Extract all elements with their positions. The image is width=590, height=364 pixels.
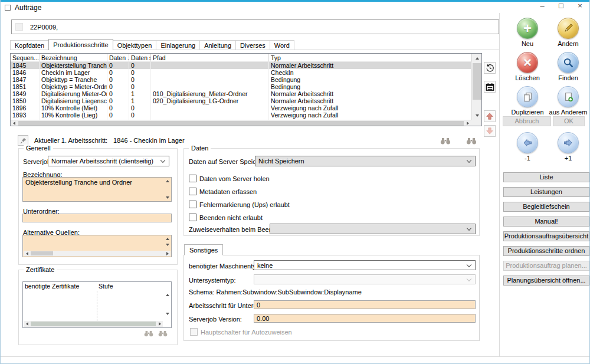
checkbox-icon[interactable] [189,201,196,208]
table-row[interactable]: 1896 10% Kontrolle (Miet) 0 0 Verzweigun… [11,104,471,112]
scrollbar-thumb[interactable] [18,121,464,126]
serverjob-select[interactable]: Normaler Arbeitsschritt (clientseitig) [48,156,169,166]
maschinentyp-select[interactable]: keine [254,260,476,270]
scroll-up-icon[interactable] [166,294,169,296]
tab[interactable]: Objekttypen [113,40,157,50]
table-row[interactable]: 1849 Digitalisierung Mieter-Or... 0 1 01… [11,90,471,97]
column-header[interactable]: Typ [269,54,471,61]
column-header[interactable]: Sequen... [11,54,40,61]
nav-button[interactable]: Planungsübersicht öffnen... [503,276,589,286]
untersystemtyp-select[interactable] [254,274,476,284]
tab[interactable]: Einlagerung [156,40,200,50]
bottom-divider [1,356,589,357]
scroll-down-icon[interactable] [166,313,169,315]
table-row[interactable]: 1847 Objekttyp = Tranche 0 0 Bedingung [11,76,471,83]
horizontal-scrollbar[interactable] [24,321,163,327]
scrollbar-thumb[interactable] [473,63,481,100]
scroll-left-icon[interactable] [24,321,30,327]
alternative-quellen-textarea[interactable] [22,235,172,257]
scroll-up-icon[interactable] [472,54,482,63]
daten-checkbox-row[interactable]: Beenden nicht erlaubt [189,214,263,221]
nav-button[interactable]: Manual! [503,217,589,227]
daten-checkbox-row[interactable]: Daten vom Server holen [189,175,270,182]
loeschen-button[interactable]: × [517,52,538,73]
hauptschalter-checkbox-row[interactable]: Hauptschalter für Autozuweisen [190,328,292,336]
column-header[interactable]: Bezeichnung [40,54,107,61]
scroll-left-icon[interactable] [24,251,30,256]
tab[interactable]: Anleitung [199,40,236,50]
scroll-right-icon[interactable] [164,251,171,256]
table-row[interactable]: 1846 CheckIn im Lager 0 0 CheckIn [11,69,471,76]
horizontal-scrollbar[interactable] [24,251,171,256]
table-row[interactable]: 1850 Digitalisierung Liegensch... 0 1 02… [11,97,471,104]
horizontal-scrollbar[interactable] [11,120,471,126]
scroll-down-icon[interactable] [472,111,482,120]
search-step-button[interactable] [438,136,453,145]
tab-sonstiges[interactable]: Sonstiges [184,244,223,255]
nav-button[interactable]: Produktionsauftragsübersicht [503,231,589,241]
scroll-left-icon[interactable] [11,120,18,126]
scrollbar-thumb[interactable] [31,322,156,326]
finden-button[interactable] [558,52,579,73]
nav-button[interactable]: Leistungen [503,187,589,197]
column-header[interactable]: Daten ... [107,54,129,61]
search-next-step-button[interactable] [464,136,478,145]
scrollbar-thumb[interactable] [31,251,53,255]
daten-checkbox-row[interactable]: Metadaten erfassen [189,188,257,195]
scroll-right-icon[interactable] [156,321,163,327]
abbruch-button[interactable]: Abbruch [503,116,551,126]
scroll-up-icon[interactable] [166,238,169,240]
zertifikate-table[interactable]: benötigte Zertifikate Stufe [22,281,172,328]
minimize-button[interactable]: – [533,0,552,12]
production-steps-table[interactable]: Sequen... Bezeichnung Daten ... Daten s.… [10,53,482,126]
daten-group: Daten Daten auf Server Speichern Nicht S… [183,148,480,236]
tab[interactable]: Produktionsschritte [48,39,113,50]
scroll-up-icon[interactable] [166,180,169,182]
calendar-button[interactable] [484,81,496,93]
checkbox-icon[interactable] [189,188,196,195]
scroll-down-icon[interactable] [166,244,169,246]
tab[interactable]: Diverses [235,40,270,50]
ok-button[interactable]: OK [553,116,585,126]
table-row[interactable]: 1845 Objekterstellung Tranche ... 0 0 No… [11,62,471,69]
unterordner-input[interactable] [22,214,172,222]
aus-anderem-button[interactable] [558,86,579,107]
vertical-scrollbar[interactable] [471,54,481,120]
tab[interactable]: Kopfdaten [10,40,49,50]
minus1-button[interactable] [517,132,538,153]
checkbox-icon[interactable] [189,175,196,182]
column-header[interactable]: benötigte Zertifikate [23,282,97,291]
table-row[interactable]: 1851 Objekttyp = Mieter-Ordner 0 0 Bedin… [11,83,471,90]
column-header[interactable]: Daten s... [129,54,151,61]
column-header[interactable]: Stufe [97,282,171,291]
zertifikat-search-button[interactable] [142,329,156,338]
move-step-down-button[interactable] [484,125,496,137]
unterobjekte-input[interactable]: 0 [254,300,476,309]
close-button[interactable]: × [571,0,589,12]
table-row[interactable]: 1893 10% Kontrolle (Lieg) 0 0 Verzweigun… [11,112,471,119]
move-step-up-button[interactable] [484,110,496,122]
speichern-select[interactable]: Nicht Speichern [255,156,476,166]
nav-button[interactable]: Produktionsschritte ordnen [503,246,589,256]
bezeichnung-textarea[interactable]: Objekterstellung Tranche und Ordner [22,177,172,202]
maximize-button[interactable]: □ [552,0,571,12]
checkbox-icon[interactable] [189,214,196,221]
zertifikat-search-next-button[interactable] [156,329,170,338]
history-button[interactable] [484,62,496,74]
scroll-down-icon[interactable] [166,196,169,199]
column-header[interactable]: Pfad [151,54,269,61]
scroll-right-icon[interactable] [464,120,471,126]
titlebar[interactable]: Aufträge [1,2,589,14]
daten-checkbox-row[interactable]: Fehlermarkierung (Ups) erlaubt [189,201,290,208]
zuweise-select[interactable] [270,224,476,234]
serverjob-version-input[interactable]: 0.00 [254,314,476,323]
order-field[interactable]: 22P0009, [11,19,499,34]
nav-button[interactable]: Liste [503,172,589,182]
nav-button[interactable]: Begleitliefschein [503,202,589,212]
neu-button[interactable]: + [517,18,538,39]
duplizieren-button[interactable] [517,86,538,107]
aendern-button[interactable] [558,18,579,39]
plus1-button[interactable] [558,132,579,153]
nav-button[interactable]: Produktionsauftrag planen... [503,261,589,271]
tab[interactable]: Word [270,40,294,50]
